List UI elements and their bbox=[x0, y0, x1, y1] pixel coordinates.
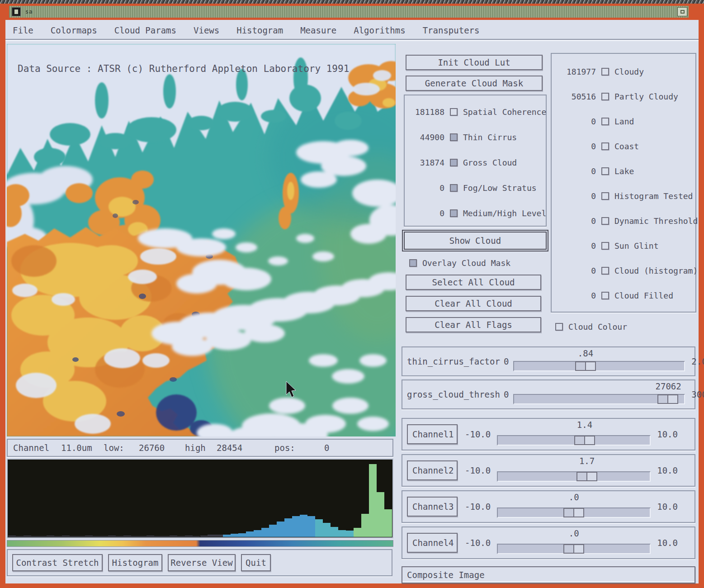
channel-2-slider-min-label: -10.0 bbox=[465, 465, 491, 475]
flag-checkbox-dynamic-threshold[interactable] bbox=[601, 217, 609, 225]
menu-item-cloud-params[interactable]: Cloud Params bbox=[114, 25, 176, 35]
titlebar[interactable]: sa bbox=[9, 6, 689, 18]
flag-count: 0 bbox=[555, 142, 596, 151]
overlay-cloud-mask-checkbox[interactable] bbox=[409, 259, 417, 267]
flag-count: 0 bbox=[555, 191, 596, 201]
channel-4-slider-track[interactable] bbox=[497, 544, 651, 554]
flag-checkbox-coast[interactable] bbox=[601, 142, 609, 150]
flag-label: Dynamic Threshold bbox=[614, 216, 698, 226]
histogram-bar bbox=[85, 536, 93, 537]
test-count: 44900 bbox=[409, 133, 444, 142]
flag-checkbox-cloudy[interactable] bbox=[601, 68, 609, 76]
cloud-colour-label: Cloud Colour bbox=[568, 322, 627, 332]
flag-checkbox-cloud-filled[interactable] bbox=[601, 292, 609, 299]
gross-cloud-thresh-slider-max-label: 30000 bbox=[691, 389, 704, 399]
select-all-cloud-button[interactable]: Select All Cloud bbox=[406, 275, 541, 290]
channel-4-slider-thumb[interactable] bbox=[563, 544, 584, 554]
thin-cirrus-factor-slider-track-area: .84 bbox=[513, 347, 685, 375]
status-pos-label: pos: bbox=[274, 443, 295, 453]
gross-cloud-thresh-slider-track[interactable] bbox=[513, 394, 685, 404]
menu-item-file[interactable]: File bbox=[13, 25, 33, 35]
cloud-flags-box: 181977Cloudy50516Partly Cloudy0Land0Coas… bbox=[551, 53, 696, 313]
viewer-button-contrast-stretch[interactable]: Contrast Stretch bbox=[12, 554, 103, 571]
channel-1-slider-track[interactable] bbox=[497, 435, 651, 446]
flag-checkbox-cloud-histogram-[interactable] bbox=[601, 267, 609, 275]
channel-2-slider-max-label: 10.0 bbox=[657, 465, 678, 475]
composite-image-button[interactable]: Composite Image bbox=[402, 566, 695, 583]
flag-label: Sun Glint bbox=[614, 241, 659, 251]
histogram-bar bbox=[246, 531, 254, 537]
menu-item-colormaps[interactable]: Colormaps bbox=[51, 25, 97, 35]
thin-cirrus-factor-slider-thumb[interactable] bbox=[575, 361, 596, 371]
gross-cloud-thresh-slider-track-area: 27062 bbox=[513, 380, 685, 408]
histogram-bar bbox=[39, 536, 47, 537]
flag-label: Cloud Filled bbox=[614, 291, 673, 300]
channel-4-slider-button[interactable]: Channel4 bbox=[407, 533, 458, 553]
viewer-button-reverse-view[interactable]: Reverse View bbox=[168, 554, 236, 571]
channel-4-slider-max-label: 10.0 bbox=[657, 538, 678, 548]
cloud-test-row: 31874Gross Cloud bbox=[405, 150, 546, 175]
viewer-button-histogram[interactable]: Histogram bbox=[108, 554, 162, 571]
cloud-test-row: 0Medium/High Level bbox=[405, 200, 546, 226]
flag-checkbox-partly-cloudy[interactable] bbox=[601, 93, 609, 100]
satellite-image-view[interactable]: Data Source : ATSR (c) Rutherford Applet… bbox=[7, 44, 396, 436]
clear-all-cloud-button[interactable]: Clear All Cloud bbox=[406, 296, 541, 311]
menu-item-measure[interactable]: Measure bbox=[300, 25, 336, 35]
flag-checkbox-histogram-tested[interactable] bbox=[601, 192, 609, 200]
test-checkbox-fog-low-stratus[interactable] bbox=[450, 184, 458, 192]
channel-3-slider-thumb[interactable] bbox=[563, 508, 584, 517]
histogram-bar bbox=[369, 464, 377, 537]
menu-item-views[interactable]: Views bbox=[194, 25, 219, 35]
cloud-flag-row: 0Dynamic Threshold bbox=[552, 209, 695, 233]
cloud-flag-row: 0Lake bbox=[552, 159, 695, 184]
flag-checkbox-lake[interactable] bbox=[601, 167, 609, 175]
test-checkbox-spatial-coherence[interactable] bbox=[450, 108, 458, 116]
gross-cloud-thresh-slider-thumb[interactable] bbox=[657, 394, 678, 404]
flag-checkbox-land[interactable] bbox=[601, 118, 609, 125]
window-menu-icon[interactable] bbox=[12, 7, 21, 16]
channel-4-slider-row: Channel4-10.0.010.0 bbox=[402, 526, 695, 559]
channel-3-slider-track[interactable] bbox=[497, 507, 651, 518]
test-checkbox-thin-cirrus[interactable] bbox=[450, 133, 458, 141]
menu-item-histogram[interactable]: Histogram bbox=[236, 25, 283, 35]
generate-cloud-mask-button[interactable]: Generate Cloud Mask bbox=[406, 76, 543, 91]
channel-2-slider-button-label: Channel bbox=[412, 465, 449, 475]
test-checkbox-medium-high-level[interactable] bbox=[450, 209, 458, 217]
flag-label: Land bbox=[614, 117, 634, 126]
viewer-button-bar: Contrast StretchHistogramReverse ViewQui… bbox=[7, 549, 392, 576]
show-cloud-button[interactable]: Show Cloud bbox=[404, 232, 547, 250]
cloud-colour-checkbox[interactable] bbox=[555, 323, 563, 331]
channel-3-slider-button[interactable]: Channel3 bbox=[407, 497, 458, 517]
channel-3-slider-button-label: Channel bbox=[412, 502, 449, 512]
thin-cirrus-factor-slider-track[interactable] bbox=[513, 361, 685, 371]
init-cloud-lut-button[interactable]: Init Cloud Lut bbox=[406, 55, 543, 70]
cloud-test-row: 181188Spatial Coherence bbox=[405, 99, 546, 124]
flag-count: 0 bbox=[555, 216, 596, 226]
test-label: Gross Cloud bbox=[463, 158, 517, 167]
histogram-display bbox=[7, 459, 393, 538]
channel-1-slider-value: 1.4 bbox=[577, 420, 592, 430]
channel-1-slider-min-label: -10.0 bbox=[465, 429, 491, 439]
maximize-button[interactable] bbox=[677, 7, 687, 16]
flag-count: 0 bbox=[555, 241, 596, 251]
channel-1-slider-button-number: 1 bbox=[449, 429, 454, 439]
channel-1-slider-button[interactable]: Channel1 bbox=[407, 424, 458, 444]
clear-all-flags-button[interactable]: Clear All Flags bbox=[406, 317, 541, 332]
menu-item-algorithms[interactable]: Algorithms bbox=[354, 25, 405, 35]
flag-checkbox-sun-glint[interactable] bbox=[601, 242, 609, 250]
channel-1-slider-thumb[interactable] bbox=[574, 436, 595, 445]
channel-2-slider-button[interactable]: Channel2 bbox=[407, 460, 458, 480]
test-checkbox-gross-cloud[interactable] bbox=[450, 159, 458, 166]
channel-2-slider-thumb[interactable] bbox=[576, 472, 597, 481]
menu-item-transputers[interactable]: Transputers bbox=[423, 25, 480, 35]
cloud-flag-row: 0Sun Glint bbox=[552, 233, 695, 258]
application-window: FileColormapsCloud ParamsViewsHistogramM… bbox=[5, 20, 699, 583]
viewer-button-quit[interactable]: Quit bbox=[241, 554, 271, 571]
test-label: Medium/High Level bbox=[463, 209, 546, 218]
histogram-bar bbox=[284, 518, 292, 537]
channel-2-slider-track[interactable] bbox=[497, 471, 651, 482]
cloud-flag-row: 181977Cloudy bbox=[552, 59, 695, 84]
status-high-value: 28454 bbox=[217, 443, 242, 453]
cloud-test-row: 44900Thin Cirrus bbox=[405, 124, 546, 150]
flag-count: 50516 bbox=[555, 92, 596, 101]
